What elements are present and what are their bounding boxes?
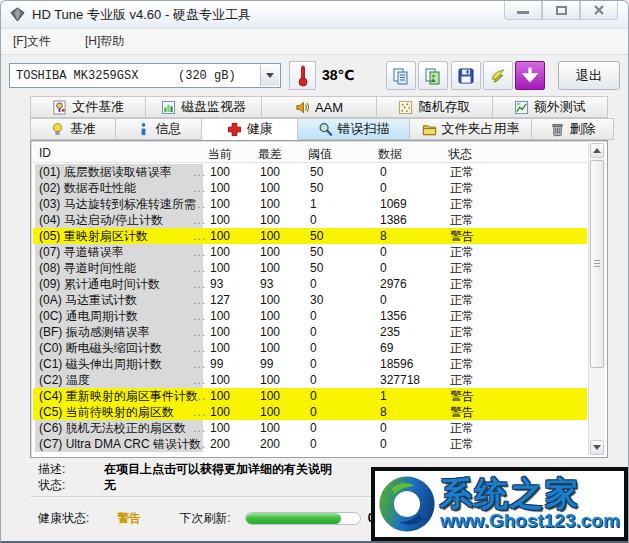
table-row[interactable]: (0A) 马达重试计数...127100300正常 bbox=[33, 292, 587, 308]
cell-name: (C0) 断电磁头缩回计数 bbox=[35, 340, 203, 356]
drive-select[interactable]: TOSHIBA MK3259GSX (320 gB) bbox=[9, 63, 281, 88]
cell-worst: 100 bbox=[260, 404, 280, 420]
cell-dat: 0 bbox=[380, 180, 387, 196]
cell-st: 正常 bbox=[450, 308, 474, 324]
cell-cur: 100 bbox=[210, 244, 230, 260]
tab-error-scan[interactable]: 错误扫描 bbox=[298, 118, 410, 140]
tab-info[interactable]: 信息 bbox=[116, 118, 202, 140]
scroll-up-button[interactable] bbox=[590, 143, 604, 158]
table-row[interactable]: (C4) 重新映射的扇区事件计数...10010001警告 bbox=[33, 388, 587, 404]
table-row[interactable]: (07) 寻道错误率...100100500正常 bbox=[33, 244, 587, 260]
table-row[interactable]: (C6) 脱机无法校正的扇区数...10010000正常 bbox=[33, 420, 587, 436]
tab-file-benchmark[interactable]: 文件基准 bbox=[30, 96, 146, 118]
exit-button[interactable]: 退出 bbox=[558, 61, 620, 90]
lightbulb-icon bbox=[50, 122, 65, 137]
cell-st: 正常 bbox=[450, 436, 474, 452]
cell-name: (01) 底层数据读取错误率 bbox=[35, 164, 203, 180]
cell-cur: 100 bbox=[210, 180, 230, 196]
cell-cur: 99 bbox=[210, 356, 223, 372]
cell-dots: ... bbox=[193, 388, 206, 404]
close-icon bbox=[593, 4, 605, 16]
cell-thr: 1 bbox=[310, 196, 317, 212]
save-screenshot-button[interactable] bbox=[451, 61, 481, 90]
copy-screenshot-button[interactable] bbox=[418, 61, 448, 90]
health-status-value: 警告 bbox=[117, 510, 141, 527]
download-button[interactable] bbox=[515, 61, 545, 90]
tab-aam[interactable]: AAM bbox=[262, 96, 377, 118]
tab-extra-tests[interactable]: 额外测试 bbox=[493, 96, 608, 118]
cell-st: 正常 bbox=[450, 212, 474, 228]
cell-dots: ... bbox=[193, 308, 206, 324]
swirl-logo-icon bbox=[378, 475, 436, 533]
vertical-scrollbar[interactable] bbox=[588, 143, 605, 455]
cell-st: 正常 bbox=[450, 420, 474, 436]
scrollbar-thumb[interactable] bbox=[590, 160, 604, 368]
table-row[interactable]: (C0) 断电磁头缩回计数...100100069正常 bbox=[33, 340, 587, 356]
cell-thr: 50 bbox=[310, 164, 323, 180]
table-row[interactable]: (C5) 当前待映射的扇区数...10010008警告 bbox=[33, 404, 587, 420]
refresh-progress-bar bbox=[245, 512, 361, 525]
tab-label: 信息 bbox=[156, 120, 182, 138]
table-row[interactable]: (01) 底层数据读取错误率...100100500正常 bbox=[33, 164, 587, 180]
table-row[interactable]: (05) 重映射扇区计数...100100508警告 bbox=[33, 228, 587, 244]
cell-cur: 100 bbox=[210, 388, 230, 404]
cell-dots: ... bbox=[193, 356, 206, 372]
scrollbar-grip bbox=[594, 260, 600, 268]
cell-dots: ... bbox=[193, 276, 206, 292]
table-row[interactable]: (08) 寻道时间性能...100100500正常 bbox=[33, 260, 587, 276]
copy-text-button[interactable] bbox=[386, 61, 416, 90]
scroll-down-button[interactable] bbox=[590, 440, 604, 455]
cell-dat: 8 bbox=[380, 228, 387, 244]
cell-name: (C7) Ultra DMA CRC 错误计数 bbox=[35, 436, 203, 452]
table-row[interactable]: (0C) 通电周期计数...10010001356正常 bbox=[33, 308, 587, 324]
tab-health[interactable]: 健康 bbox=[202, 118, 298, 140]
cell-name: (C4) 重新映射的扇区事件计数 bbox=[35, 388, 203, 404]
cell-name: (C5) 当前待映射的扇区数 bbox=[35, 404, 203, 420]
table-row[interactable]: (03) 马达旋转到标准转速所需...10010011069正常 bbox=[33, 196, 587, 212]
menu-file[interactable]: [F]文件 bbox=[13, 33, 51, 50]
table-row[interactable]: (04) 马达启动/停止计数...10010001386正常 bbox=[33, 212, 587, 228]
cell-dots: ... bbox=[193, 244, 206, 260]
table-row[interactable]: (02) 数据吞吐性能...100100500正常 bbox=[33, 180, 587, 196]
drive-select-arrow[interactable] bbox=[260, 65, 279, 86]
minimize-button[interactable] bbox=[504, 1, 542, 20]
cell-dots: ... bbox=[193, 372, 206, 388]
table-row[interactable]: (C7) Ultra DMA CRC 错误计数...20020000正常 bbox=[33, 436, 587, 452]
tab-random-access[interactable]: 随机存取 bbox=[377, 96, 492, 118]
cell-name: (07) 寻道错误率 bbox=[35, 244, 203, 260]
maximize-button[interactable] bbox=[542, 1, 580, 20]
watermark-url: www.Ghost123.com bbox=[440, 510, 620, 532]
description-value: 在项目上点击可以获得更加详细的有关说明 bbox=[104, 461, 332, 477]
cell-cur: 100 bbox=[210, 372, 230, 388]
arrow-down-icon bbox=[593, 445, 601, 450]
maximize-icon bbox=[556, 6, 567, 15]
tab-benchmark[interactable]: 基准 bbox=[30, 118, 116, 140]
cell-worst: 100 bbox=[260, 420, 280, 436]
smart-table-panel: ID 当前 最差 阈值 数据 状态 (01) 底层数据读取错误率...10010… bbox=[30, 140, 608, 458]
tab-label: AAM bbox=[315, 100, 343, 115]
tab-label: 错误扫描 bbox=[338, 120, 390, 138]
temperature-button[interactable] bbox=[289, 61, 316, 90]
tools-button[interactable] bbox=[483, 61, 513, 90]
cell-dat: 1 bbox=[380, 388, 387, 404]
cell-st: 正常 bbox=[450, 356, 474, 372]
cell-dots: ... bbox=[193, 260, 206, 276]
tab-label: 健康 bbox=[247, 120, 273, 138]
tab-delete[interactable]: 删除 bbox=[532, 118, 614, 140]
tab-disk-monitor[interactable]: 磁盘监视器 bbox=[146, 96, 261, 118]
menu-help[interactable]: [H]帮助 bbox=[85, 33, 124, 50]
table-row[interactable]: (C1) 磁头伸出周期计数...9999018596正常 bbox=[33, 356, 587, 372]
cell-thr: 30 bbox=[310, 292, 323, 308]
table-row[interactable]: (BF) 振动感测错误率...1001000235正常 bbox=[33, 324, 587, 340]
speaker-icon bbox=[295, 100, 310, 115]
cell-worst: 100 bbox=[260, 324, 280, 340]
close-button[interactable] bbox=[580, 1, 618, 20]
cell-thr: 0 bbox=[310, 436, 317, 452]
cell-worst: 100 bbox=[260, 308, 280, 324]
tab-folder-usage[interactable]: 文件夹占用率 bbox=[410, 118, 532, 140]
cell-worst: 100 bbox=[260, 292, 280, 308]
extra-tests-icon bbox=[514, 100, 529, 115]
table-row[interactable]: (C2) 温度...1001000327718正常 bbox=[33, 372, 587, 388]
tab-row-primary: 基准 信息 健康 错误扫描 文件夹 bbox=[30, 118, 608, 140]
table-row[interactable]: (09) 累计通电时间计数...939302976正常 bbox=[33, 276, 587, 292]
